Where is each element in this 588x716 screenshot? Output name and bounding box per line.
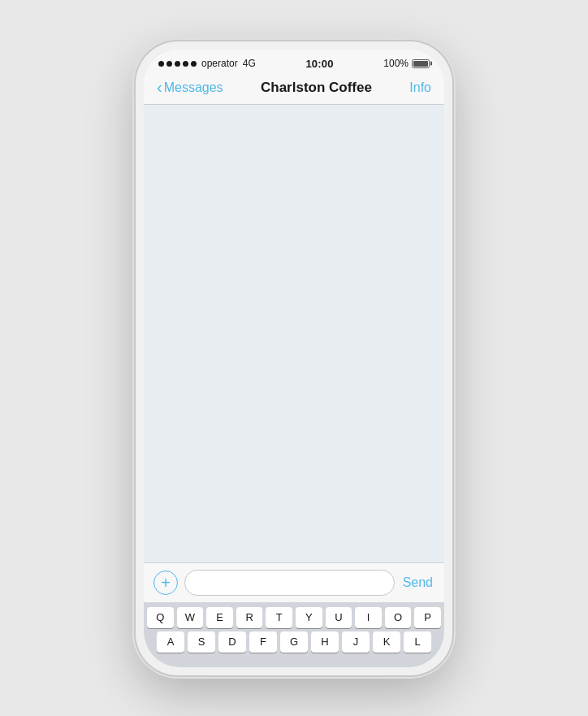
back-label: Messages: [164, 80, 223, 95]
operator-label: operator: [201, 58, 238, 69]
key-t[interactable]: T: [266, 607, 292, 628]
chevron-left-icon: ‹: [157, 79, 162, 95]
key-p[interactable]: P: [414, 607, 441, 628]
signal-dot-2: [166, 61, 172, 67]
key-u[interactable]: U: [326, 607, 352, 628]
key-f[interactable]: F: [249, 631, 277, 653]
conversation-title: Charlston Coffee: [261, 80, 372, 96]
key-j[interactable]: J: [342, 631, 370, 653]
battery-percent: 100%: [383, 58, 409, 69]
status-left: operator 4G: [158, 58, 256, 69]
phone-inner: operator 4G 10:00 100% ‹ Messages Charls…: [144, 50, 444, 667]
keyboard: Q W E R T Y U I O P A S D F G H J K L: [144, 602, 444, 667]
message-area[interactable]: [144, 105, 444, 562]
send-button[interactable]: Send: [401, 575, 435, 590]
phone-outer: operator 4G 10:00 100% ‹ Messages Charls…: [136, 41, 452, 675]
status-right: 100%: [383, 58, 430, 69]
network-type-label: 4G: [243, 58, 256, 69]
battery-fill: [413, 61, 428, 67]
key-d[interactable]: D: [218, 631, 246, 653]
signal-dot-5: [191, 61, 197, 67]
back-button[interactable]: ‹ Messages: [157, 80, 223, 95]
signal-dot-1: [158, 61, 164, 67]
key-w[interactable]: W: [177, 607, 204, 628]
info-button[interactable]: Info: [409, 80, 431, 95]
key-a[interactable]: A: [157, 631, 184, 653]
key-h[interactable]: H: [311, 631, 339, 653]
input-area: + Send: [144, 562, 444, 602]
keyboard-row-2: A S D F G H J K L: [147, 631, 441, 653]
time-display: 10:00: [305, 58, 333, 70]
keyboard-row-1: Q W E R T Y U I O P: [147, 607, 441, 628]
key-o[interactable]: O: [385, 607, 412, 628]
add-attachment-button[interactable]: +: [153, 571, 178, 595]
key-l[interactable]: L: [404, 631, 431, 653]
key-i[interactable]: I: [355, 607, 382, 628]
key-r[interactable]: R: [236, 607, 263, 628]
key-g[interactable]: G: [280, 631, 308, 653]
status-bar: operator 4G 10:00 100%: [144, 50, 444, 73]
plus-icon: +: [161, 575, 171, 591]
message-input[interactable]: [184, 570, 395, 596]
key-e[interactable]: E: [206, 607, 233, 628]
key-k[interactable]: K: [373, 631, 400, 653]
signal-dot-3: [175, 61, 180, 67]
nav-bar: ‹ Messages Charlston Coffee Info: [144, 73, 444, 105]
battery-icon: [412, 59, 430, 68]
signal-dot-4: [183, 61, 188, 67]
key-q[interactable]: Q: [147, 607, 174, 628]
key-y[interactable]: Y: [296, 607, 322, 628]
signal-dots: [158, 61, 197, 67]
key-s[interactable]: S: [188, 631, 215, 653]
